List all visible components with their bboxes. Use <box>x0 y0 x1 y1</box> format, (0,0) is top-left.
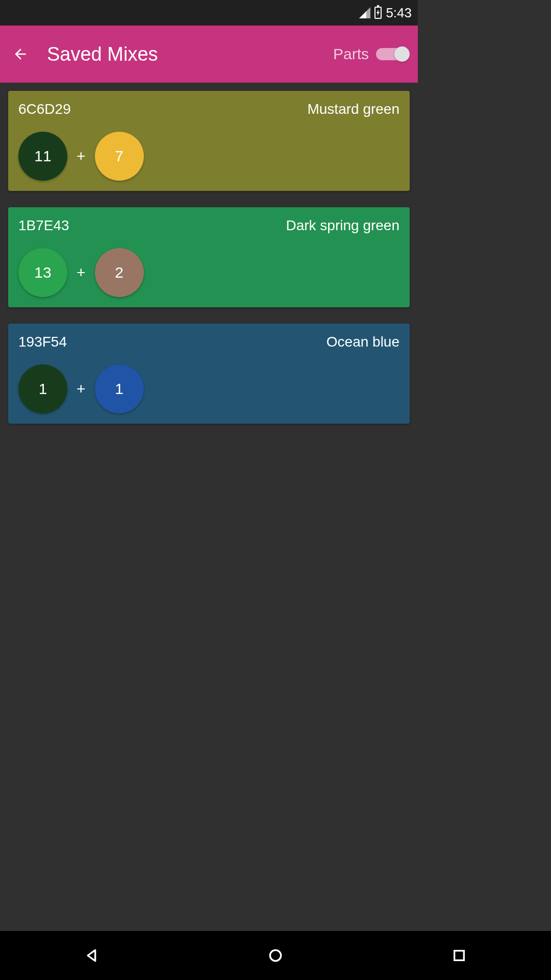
hex-value: 1B7E43 <box>18 217 69 234</box>
part-value: 7 <box>115 148 123 165</box>
part-circle: 11 <box>18 132 67 181</box>
card-header: 193F54 Ocean blue <box>18 334 399 350</box>
part-circle: 7 <box>95 132 144 181</box>
part-value: 11 <box>34 148 51 165</box>
svg-marker-0 <box>377 10 380 16</box>
parts-row: 13 + 2 <box>18 248 399 297</box>
color-name: Dark spring green <box>286 217 399 234</box>
color-name: Ocean blue <box>327 334 399 350</box>
parts-row: 11 + 7 <box>18 132 399 181</box>
plus-separator: + <box>77 380 86 398</box>
part-value: 13 <box>34 264 51 281</box>
part-value: 2 <box>115 264 123 281</box>
status-time: 5:43 <box>386 5 412 21</box>
hex-value: 6C6D29 <box>18 101 71 117</box>
part-circle: 2 <box>95 248 144 297</box>
parts-row: 1 + 1 <box>18 364 399 413</box>
part-circle: 1 <box>18 364 67 413</box>
card-header: 1B7E43 Dark spring green <box>18 217 399 234</box>
part-circle: 1 <box>95 364 144 413</box>
hex-value: 193F54 <box>18 334 67 350</box>
plus-separator: + <box>77 264 86 281</box>
signal-icon <box>359 7 370 18</box>
parts-toggle[interactable] <box>376 48 410 60</box>
part-value: 1 <box>115 380 123 398</box>
back-button[interactable] <box>8 42 33 66</box>
parts-toggle-label: Parts <box>333 45 369 63</box>
app-bar: Saved Mixes Parts <box>0 26 418 83</box>
status-bar: 5:43 <box>0 0 418 26</box>
part-value: 1 <box>39 380 47 398</box>
card-header: 6C6D29 Mustard green <box>18 101 399 117</box>
back-arrow-icon <box>12 46 29 62</box>
color-name: Mustard green <box>307 101 399 117</box>
mix-card[interactable]: 6C6D29 Mustard green 11 + 7 <box>8 91 410 191</box>
mix-card[interactable]: 1B7E43 Dark spring green 13 + 2 <box>8 207 410 307</box>
part-circle: 13 <box>18 248 67 297</box>
page-title: Saved Mixes <box>47 43 333 65</box>
battery-charging-icon <box>374 7 382 19</box>
plus-separator: + <box>77 148 86 165</box>
mix-list: 6C6D29 Mustard green 11 + 7 1B7E43 Dark … <box>0 83 418 448</box>
mix-card[interactable]: 193F54 Ocean blue 1 + 1 <box>8 324 410 424</box>
